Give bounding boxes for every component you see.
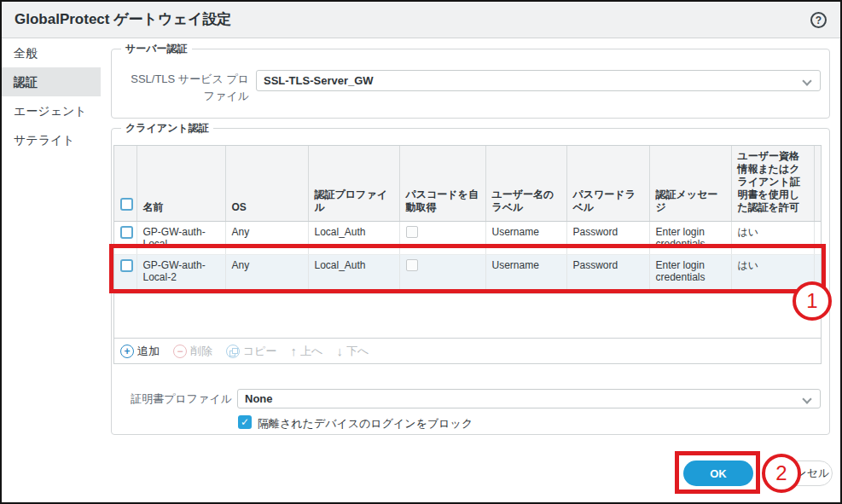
add-button[interactable]: + 追加	[120, 344, 160, 359]
arrow-up-icon: ↑	[291, 344, 298, 358]
row-checkbox[interactable]	[120, 226, 133, 239]
quarantine-checkbox[interactable]: ✓	[238, 415, 252, 429]
sidebar-item-agent[interactable]: エージェント	[2, 96, 101, 125]
move-down-button[interactable]: ↓ 下へ	[336, 344, 369, 359]
dialog-title: GlobalProtect ゲートウェイ設定	[15, 2, 231, 38]
header-auto-passcode[interactable]: パスコードを自動取得	[399, 146, 485, 222]
annotation-step-2: 2	[762, 454, 801, 493]
client-auth-legend: クライアント認証	[121, 122, 213, 135]
client-auth-table: 名前 OS 認証プロファイル パスコードを自動取得 ユーザー名のラベル パスワー…	[113, 145, 822, 364]
dialog-sidebar: 全般 認証 エージェント サテライト	[2, 38, 101, 502]
cell-auth-profile[interactable]: Local_Auth	[308, 255, 399, 294]
table-header-row: 名前 OS 認証プロファイル パスコードを自動取得 ユーザー名のラベル パスワー…	[114, 146, 821, 222]
cell-auth-message[interactable]: Enter login credentials	[649, 222, 731, 255]
copy-button[interactable]: コピー	[226, 344, 277, 359]
chevron-down-icon	[802, 394, 811, 403]
dialog-titlebar: GlobalProtect ゲートウェイ設定 ?	[2, 2, 840, 38]
cell-os[interactable]: Any	[225, 222, 308, 255]
cell-username-label[interactable]: Username	[485, 222, 566, 255]
help-icon[interactable]: ?	[810, 12, 827, 28]
header-username-label[interactable]: ユーザー名のラベル	[485, 146, 566, 222]
chevron-down-icon	[802, 76, 811, 85]
delete-icon: −	[173, 345, 187, 358]
cell-username-label[interactable]: Username	[485, 255, 566, 294]
table-row[interactable]: GP-GW-auth-Local Any Local_Auth Username…	[114, 222, 821, 255]
cert-profile-value: None	[245, 392, 273, 405]
header-os[interactable]: OS	[225, 146, 308, 222]
header-allow-auth[interactable]: ユーザー資格情報またはクライアント証明書を使用した認証を許可	[731, 146, 814, 222]
quarantine-label: 隔離されたデバイスのログインをブロック	[258, 416, 473, 432]
passcode-checkbox[interactable]	[406, 226, 418, 238]
sidebar-item-general[interactable]: 全般	[2, 38, 101, 67]
select-all-checkbox[interactable]	[120, 198, 133, 211]
cell-allow-auth[interactable]: はい	[731, 222, 814, 255]
table-toolbar: + 追加 − 削除 コピー ↑ 上へ ↓ 下へ	[114, 338, 821, 363]
sidebar-item-authentication[interactable]: 認証	[2, 67, 101, 96]
cell-name[interactable]: GP-GW-auth-Local-2	[136, 255, 225, 294]
header-auth-profile[interactable]: 認証プロファイル	[308, 146, 399, 222]
row-checkbox[interactable]	[120, 259, 133, 272]
ok-button[interactable]: OK	[683, 461, 753, 486]
cell-name[interactable]: GP-GW-auth-Local	[136, 222, 225, 255]
cell-auth-message[interactable]: Enter login credentials	[649, 255, 731, 294]
cell-password-label[interactable]: Password	[566, 255, 649, 294]
cert-profile-select[interactable]: None	[237, 389, 821, 408]
cell-os[interactable]: Any	[225, 255, 308, 294]
table-row[interactable]: GP-GW-auth-Local-2 Any Local_Auth Userna…	[114, 255, 821, 294]
ssl-tls-profile-select[interactable]: SSL-TLS-Server_GW	[256, 70, 821, 91]
ssl-tls-profile-label: SSL/TLS サービス プロファイル	[119, 71, 249, 105]
header-auth-message[interactable]: 認証メッセージ	[649, 146, 731, 222]
cert-profile-label: 証明書プロファイル	[119, 392, 232, 406]
server-auth-legend: サーバー認証	[121, 43, 192, 55]
header-password-label[interactable]: パスワードラベル	[566, 146, 649, 222]
copy-icon	[226, 345, 240, 358]
cell-auth-profile[interactable]: Local_Auth	[308, 222, 399, 255]
sidebar-item-satellite[interactable]: サテライト	[2, 125, 101, 154]
delete-button[interactable]: − 削除	[173, 344, 212, 359]
annotation-step-1: 1	[793, 281, 832, 321]
header-name[interactable]: 名前	[136, 146, 225, 222]
passcode-checkbox[interactable]	[406, 259, 418, 271]
globalprotect-gateway-dialog: GlobalProtect ゲートウェイ設定 ? 全般 認証 エージェント サテ…	[0, 0, 842, 504]
move-up-button[interactable]: ↑ 上へ	[291, 344, 323, 359]
add-icon: +	[120, 345, 134, 358]
cell-password-label[interactable]: Password	[566, 222, 649, 255]
arrow-down-icon: ↓	[336, 344, 343, 358]
ssl-tls-profile-value: SSL-TLS-Server_GW	[264, 74, 374, 87]
